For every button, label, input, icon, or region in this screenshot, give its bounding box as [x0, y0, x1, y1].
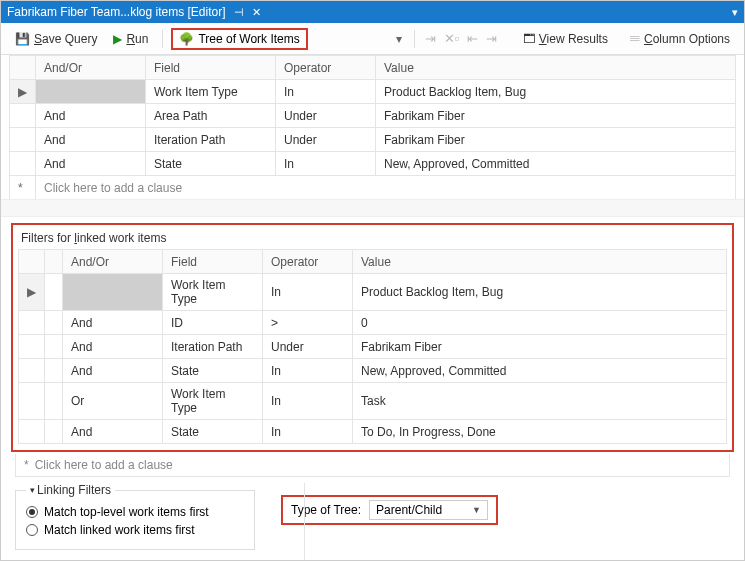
cell-field[interactable]: Area Path	[146, 104, 276, 128]
col-operator[interactable]: Operator	[276, 56, 376, 80]
cell-operator[interactable]: Under	[276, 128, 376, 152]
group-handle[interactable]	[45, 383, 63, 420]
cell-operator[interactable]: Under	[263, 335, 353, 359]
cell-value[interactable]: Product Backlog Item, Bug	[376, 80, 736, 104]
col-andor[interactable]: And/Or	[63, 250, 163, 274]
cell-operator[interactable]: In	[263, 274, 353, 311]
linked-filters-region: Filters for linked work items And/Or Fie…	[11, 223, 734, 452]
play-icon: ▶	[113, 32, 122, 46]
cell-field[interactable]: Work Item Type	[163, 274, 263, 311]
close-icon[interactable]: ✕	[252, 6, 261, 19]
cell-value[interactable]: Fabrikam Fiber	[376, 104, 736, 128]
cell-field[interactable]: Iteration Path	[163, 335, 263, 359]
column-options-button[interactable]: 𝄘 Column Options	[624, 30, 736, 48]
row-selector[interactable]: ▶	[19, 274, 45, 311]
group-handle[interactable]	[45, 420, 63, 444]
add-clause-text[interactable]: Click here to add a clause	[35, 458, 173, 472]
cell-value[interactable]: Task	[353, 383, 727, 420]
cell-andor[interactable]: And	[63, 420, 163, 444]
row-selector[interactable]	[19, 383, 45, 420]
col-operator[interactable]: Operator	[263, 250, 353, 274]
cell-operator[interactable]: In	[276, 152, 376, 176]
cell-andor[interactable]	[63, 274, 163, 311]
window-menu-icon[interactable]: ▾	[732, 6, 738, 19]
cell-andor[interactable]	[36, 80, 146, 104]
tab-title: Fabrikam Fiber Team...klog items [Editor…	[7, 5, 226, 19]
cell-field[interactable]: State	[163, 420, 263, 444]
add-clause-row[interactable]: * Click here to add a clause	[10, 176, 736, 200]
add-clause-text[interactable]: Click here to add a clause	[36, 176, 736, 200]
cell-andor[interactable]: And	[36, 152, 146, 176]
cell-value[interactable]: Fabrikam Fiber	[353, 335, 727, 359]
chevron-down-icon: ▼	[472, 505, 481, 515]
cell-value[interactable]: Fabrikam Fiber	[376, 128, 736, 152]
col-field[interactable]: Field	[146, 56, 276, 80]
row-selector[interactable]: ▶	[10, 80, 36, 104]
group-clauses-icon: ⇥	[423, 31, 438, 46]
row-selector[interactable]	[19, 359, 45, 383]
col-field[interactable]: Field	[163, 250, 263, 274]
save-icon: 💾	[15, 32, 30, 46]
cell-operator[interactable]: In	[263, 383, 353, 420]
cell-field[interactable]: State	[146, 152, 276, 176]
row-selector[interactable]	[10, 128, 36, 152]
filter-row[interactable]: AndIteration PathUnderFabrikam Fiber	[19, 335, 727, 359]
pin-icon[interactable]: ⊣	[234, 6, 244, 19]
cell-value[interactable]: 0	[353, 311, 727, 335]
query-type-dropdown[interactable]: 🌳 Tree of Work Items	[171, 28, 307, 50]
cell-value[interactable]: Product Backlog Item, Bug	[353, 274, 727, 311]
cell-field[interactable]: Work Item Type	[146, 80, 276, 104]
linked-add-clause-row[interactable]: * Click here to add a clause	[15, 454, 730, 477]
group-handle[interactable]	[45, 274, 63, 311]
run-button[interactable]: ▶ Run	[107, 30, 154, 48]
row-selector[interactable]	[10, 152, 36, 176]
col-value[interactable]: Value	[353, 250, 727, 274]
vertical-separator	[304, 483, 305, 561]
type-of-tree-combo[interactable]: Parent/Child ▼	[369, 500, 488, 520]
save-query-button[interactable]: 💾 Save Query	[9, 30, 103, 48]
cell-field[interactable]: Work Item Type	[163, 383, 263, 420]
filter-row[interactable]: ▶Work Item TypeInProduct Backlog Item, B…	[10, 80, 736, 104]
cell-field[interactable]: State	[163, 359, 263, 383]
cell-operator[interactable]: In	[263, 359, 353, 383]
row-selector[interactable]	[19, 335, 45, 359]
cell-operator[interactable]: In	[276, 80, 376, 104]
cell-field[interactable]: Iteration Path	[146, 128, 276, 152]
group-handle[interactable]	[45, 335, 63, 359]
row-selector[interactable]	[19, 420, 45, 444]
match-linked-radio[interactable]: Match linked work items first	[26, 521, 244, 539]
editor-tab[interactable]: Fabrikam Fiber Team...klog items [Editor…	[7, 5, 261, 19]
cell-andor[interactable]: And	[63, 359, 163, 383]
cell-andor[interactable]: And	[36, 104, 146, 128]
match-top-level-radio[interactable]: Match top-level work items first	[26, 503, 244, 521]
filter-row[interactable]: AndArea PathUnderFabrikam Fiber	[10, 104, 736, 128]
group-handle[interactable]	[45, 359, 63, 383]
grid-header-row: And/Or Field Operator Value	[19, 250, 727, 274]
row-selector[interactable]	[10, 104, 36, 128]
cell-value[interactable]: New, Approved, Committed	[376, 152, 736, 176]
filter-row[interactable]: AndStateInNew, Approved, Committed	[19, 359, 727, 383]
cell-operator[interactable]: >	[263, 311, 353, 335]
cell-operator[interactable]: Under	[276, 104, 376, 128]
cell-operator[interactable]: In	[263, 420, 353, 444]
filter-row[interactable]: ▶Work Item TypeInProduct Backlog Item, B…	[19, 274, 727, 311]
cell-andor[interactable]: And	[63, 335, 163, 359]
view-results-button[interactable]: 🗔 View Results	[517, 30, 614, 48]
row-selector[interactable]	[19, 311, 45, 335]
cell-value[interactable]: New, Approved, Committed	[353, 359, 727, 383]
filter-row[interactable]: AndID>0	[19, 311, 727, 335]
col-andor[interactable]: And/Or	[36, 56, 146, 80]
cell-andor[interactable]: Or	[63, 383, 163, 420]
filter-row[interactable]: AndStateInTo Do, In Progress, Done	[19, 420, 727, 444]
query-type-arrow[interactable]: ▾	[392, 32, 406, 46]
filter-row[interactable]: AndIteration PathUnderFabrikam Fiber	[10, 128, 736, 152]
col-value[interactable]: Value	[376, 56, 736, 80]
group-handle[interactable]	[45, 311, 63, 335]
filter-row[interactable]: OrWork Item TypeInTask	[19, 383, 727, 420]
type-of-tree-region: Type of Tree: Parent/Child ▼	[281, 495, 498, 525]
cell-andor[interactable]: And	[63, 311, 163, 335]
cell-andor[interactable]: And	[36, 128, 146, 152]
filter-row[interactable]: AndStateInNew, Approved, Committed	[10, 152, 736, 176]
cell-field[interactable]: ID	[163, 311, 263, 335]
cell-value[interactable]: To Do, In Progress, Done	[353, 420, 727, 444]
